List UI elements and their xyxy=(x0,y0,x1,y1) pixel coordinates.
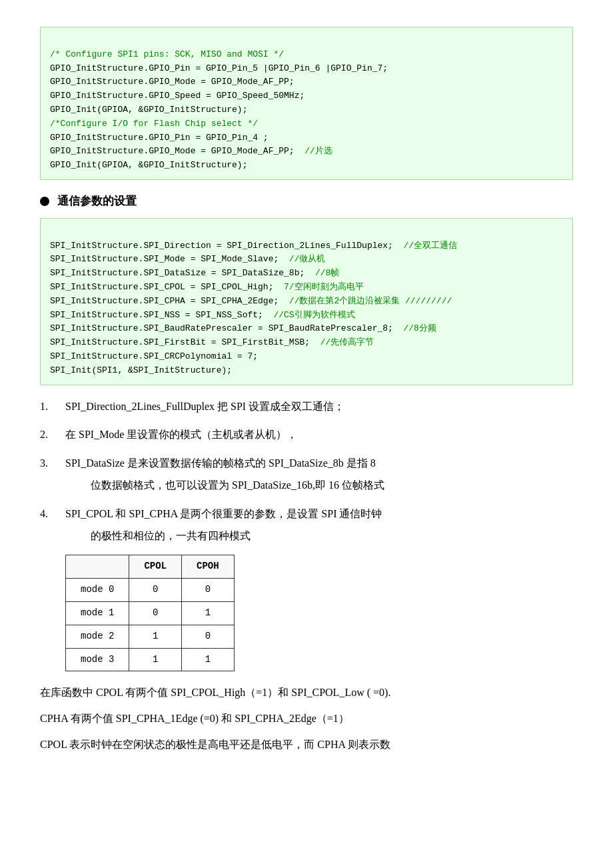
cb2-line-6: SPI_InitStructure.SPI_NSS = SPI_NSS_Soft… xyxy=(50,310,355,320)
table-header-empty xyxy=(66,555,129,579)
cb2-line-9: SPI_InitStructure.SPI_CRCPolynomial = 7; xyxy=(50,351,258,361)
table-cell-mode0-label: mode 0 xyxy=(66,579,129,602)
cb2-line-7: SPI_InitStructure.SPI_BaudRatePrescaler … xyxy=(50,323,436,333)
code-comment-1: /* Configure SPI1 pins: SCK, MISO and MO… xyxy=(50,49,284,59)
item-4-continuation: 的极性和相位的，一共有四种模式 xyxy=(91,527,382,546)
code-comment-2: /*Configure I/O for Flash Chip select */ xyxy=(50,119,258,129)
list-item-3: 3. SPI_DataSize 是来设置数据传输的帧格式的 SPI_DataSi… xyxy=(40,454,573,495)
mode-table: CPOL CPOH mode 0 0 0 mode 1 0 1 mode 2 1… xyxy=(65,555,235,671)
table-row: mode 0 0 0 xyxy=(66,579,235,602)
table-cell-mode0-cpoh: 0 xyxy=(182,579,235,602)
code-line-3: GPIO_InitStructure.GPIO_Mode = GPIO_Mode… xyxy=(50,77,295,87)
table-row: mode 1 0 1 xyxy=(66,602,235,625)
item-1-content: SPI_Direction_2Lines_FullDuplex 把 SPI 设置… xyxy=(65,397,344,417)
code-line-2: GPIO_InitStructure.GPIO_Pin = GPIO_Pin_5… xyxy=(50,63,388,73)
paragraph-1: 在库函数中 CPOL 有两个值 SPI_CPOL_High（=1）和 SPI_C… xyxy=(40,683,573,703)
cb2-line-1: SPI_InitStructure.SPI_Direction = SPI_Di… xyxy=(50,241,457,251)
list-item-1: 1. SPI_Direction_2Lines_FullDuplex 把 SPI… xyxy=(40,397,573,417)
code-line-5: GPIO_Init(GPIOA, &GPIO_InitStructure); xyxy=(50,105,247,115)
code-line-4: GPIO_InitStructure.GPIO_Speed = GPIO_Spe… xyxy=(50,91,305,101)
item-3-continuation: 位数据帧格式，也可以设置为 SPI_DataSize_16b,即 16 位帧格式 xyxy=(91,476,384,495)
table-header-cpol: CPOL xyxy=(129,555,182,579)
code-block-2: SPI_InitStructure.SPI_Direction = SPI_Di… xyxy=(40,218,573,385)
section-header: 通信参数的设置 xyxy=(40,192,573,211)
cb2-line-5: SPI_InitStructure.SPI_CPHA = SPI_CPHA_2E… xyxy=(50,296,452,306)
code-block-1: /* Configure SPI1 pins: SCK, MISO and MO… xyxy=(40,27,573,180)
item-4-num: 4. xyxy=(40,505,65,523)
table-header-cpoh: CPOH xyxy=(182,555,235,579)
table-cell-mode1-label: mode 1 xyxy=(66,602,129,625)
list-item-4: 4. SPI_CPOL 和 SPI_CPHA 是两个很重要的参数，是设置 SPI… xyxy=(40,505,573,546)
table-row: mode 2 1 0 xyxy=(66,625,235,648)
item-2-num: 2. xyxy=(40,425,65,443)
table-cell-mode2-cpol: 1 xyxy=(129,625,182,648)
item-3-num: 3. xyxy=(40,454,65,472)
cb2-line-10: SPI_Init(SPI1, &SPI_InitStructure); xyxy=(50,365,232,375)
list-item-2: 2. 在 SPI_Mode 里设置你的模式（主机或者从机）， xyxy=(40,425,573,445)
cb2-line-8: SPI_InitStructure.SPI_FirstBit = SPI_Fir… xyxy=(50,337,374,347)
bullet-icon xyxy=(40,197,49,206)
cb2-line-2: SPI_InitStructure.SPI_Mode = SPI_Mode_Sl… xyxy=(50,254,325,264)
paragraph-3: CPOL 表示时钟在空闲状态的极性是高电平还是低电平，而 CPHA 则表示数 xyxy=(40,735,573,755)
numbered-list: 1. SPI_Direction_2Lines_FullDuplex 把 SPI… xyxy=(40,397,573,546)
code-line-7: GPIO_InitStructure.GPIO_Pin = GPIO_Pin_4… xyxy=(50,133,269,143)
table-cell-mode1-cpoh: 1 xyxy=(182,602,235,625)
table-cell-mode3-cpol: 1 xyxy=(129,648,182,671)
table-cell-mode1-cpol: 0 xyxy=(129,602,182,625)
table-cell-mode0-cpol: 0 xyxy=(129,579,182,602)
paragraph-2: CPHA 有两个值 SPI_CPHA_1Edge (=0) 和 SPI_CPHA… xyxy=(40,709,573,729)
item-3-content: SPI_DataSize 是来设置数据传输的帧格式的 SPI_DataSize_… xyxy=(65,457,376,469)
table-cell-mode3-cpoh: 1 xyxy=(182,648,235,671)
code-line-9: GPIO_Init(GPIOA, &GPIO_InitStructure); xyxy=(50,160,247,170)
item-4-content: SPI_CPOL 和 SPI_CPHA 是两个很重要的参数，是设置 SPI 通信… xyxy=(65,508,382,519)
table-cell-mode2-label: mode 2 xyxy=(66,625,129,648)
item-1-num: 1. xyxy=(40,397,65,415)
item-2-content: 在 SPI_Mode 里设置你的模式（主机或者从机）， xyxy=(65,425,297,445)
cb2-line-4: SPI_InitStructure.SPI_CPOL = SPI_CPOL_Hi… xyxy=(50,282,364,292)
cb2-line-3: SPI_InitStructure.SPI_DataSize = SPI_Dat… xyxy=(50,268,339,278)
table-cell-mode2-cpoh: 0 xyxy=(182,625,235,648)
code-line-8: GPIO_InitStructure.GPIO_Mode = GPIO_Mode… xyxy=(50,146,332,156)
section-title: 通信参数的设置 xyxy=(57,192,137,211)
table-row: mode 3 1 1 xyxy=(66,648,235,671)
table-cell-mode3-label: mode 3 xyxy=(66,648,129,671)
